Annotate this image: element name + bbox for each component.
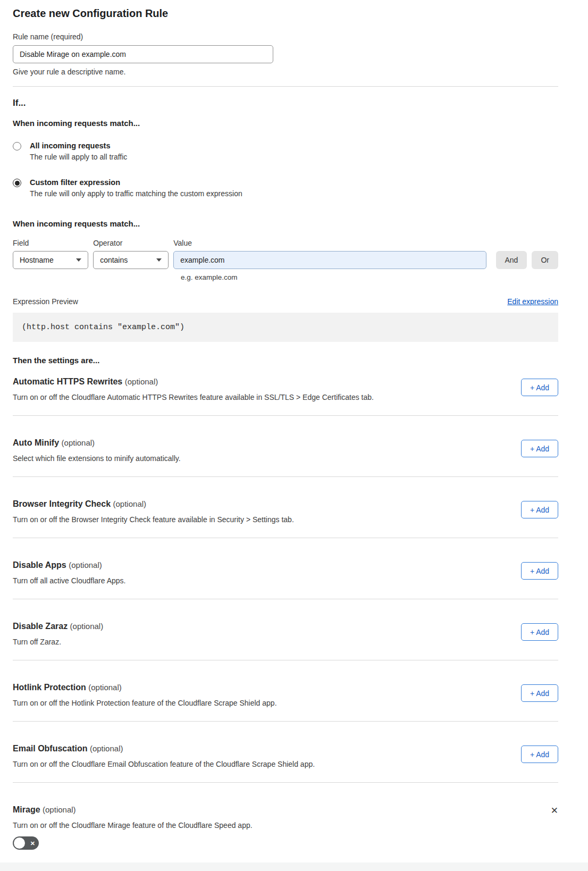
- field-select[interactable]: Hostname: [13, 251, 88, 269]
- setting-disable-zaraz: Disable Zaraz (optional) Turn off Zaraz.…: [13, 599, 558, 660]
- setting-title: Email Obfuscation (optional): [13, 744, 315, 753]
- operator-label: Operator: [93, 239, 169, 247]
- radio-option-all-incoming-requests[interactable]: All incoming requests The rule will appl…: [13, 141, 558, 161]
- setting-title: Automatic HTTPS Rewrites (optional): [13, 377, 374, 387]
- add-button[interactable]: + Add: [521, 501, 558, 518]
- optional-label: (optional): [88, 683, 122, 692]
- expression-preview-label: Expression Preview: [13, 297, 78, 306]
- radio-option-label: All incoming requests: [30, 141, 127, 150]
- setting-description: Turn off Zaraz.: [13, 638, 103, 646]
- optional-label: (optional): [70, 622, 104, 631]
- add-button[interactable]: + Add: [521, 440, 558, 457]
- footer-strip: [0, 862, 588, 871]
- setting-hotlink-protection: Hotlink Protection (optional) Turn on or…: [13, 660, 558, 722]
- toggle-knob: [14, 838, 25, 849]
- page-title: Create new Configuration Rule: [13, 7, 558, 20]
- section-divider: [13, 86, 558, 87]
- expression-builder-heading: When incoming requests match...: [13, 219, 558, 228]
- optional-label: (optional): [113, 499, 147, 508]
- expression-preview-code: (http.host contains "example.com"): [13, 313, 558, 342]
- radio-option-custom-filter-expression[interactable]: Custom filter expression The rule will o…: [13, 178, 558, 198]
- optional-label: (optional): [125, 377, 158, 386]
- optional-label: (optional): [69, 560, 102, 570]
- value-label: Value: [173, 239, 486, 247]
- setting-title: Browser Integrity Check (optional): [13, 499, 294, 509]
- add-button[interactable]: + Add: [521, 684, 558, 702]
- optional-label: (optional): [62, 438, 95, 447]
- setting-title: Mirage (optional): [13, 805, 253, 815]
- radio-option-label: Custom filter expression: [30, 178, 242, 187]
- setting-description: Turn on or off the Cloudflare Email Obfu…: [13, 760, 315, 768]
- setting-automatic-https-rewrites: Automatic HTTPS Rewrites (optional) Turn…: [13, 365, 558, 416]
- value-input[interactable]: [173, 251, 486, 269]
- edit-expression-link[interactable]: Edit expression: [507, 297, 558, 306]
- setting-description: Turn on or off the Cloudflare Automatic …: [13, 393, 374, 401]
- toggle-x-icon: ✕: [30, 840, 35, 847]
- close-icon[interactable]: ✕: [551, 806, 558, 815]
- setting-description: Turn on or off the Hotlink Protection fe…: [13, 699, 277, 707]
- setting-disable-apps: Disable Apps (optional) Turn off all act…: [13, 538, 558, 599]
- setting-auto-minify: Auto Minify (optional) Select which file…: [13, 416, 558, 477]
- rule-name-help: Give your rule a descriptive name.: [13, 68, 558, 76]
- setting-description: Turn off all active Cloudflare Apps.: [13, 576, 125, 585]
- radio-option-description: The rule will apply to all traffic: [30, 153, 127, 161]
- radio-selected-icon[interactable]: [13, 179, 21, 187]
- match-heading: When incoming requests match...: [13, 119, 558, 128]
- rule-name-input[interactable]: [13, 45, 273, 63]
- rule-name-label: Rule name (required): [13, 32, 558, 41]
- setting-title: Disable Apps (optional): [13, 560, 125, 570]
- setting-description: Turn on or off the Browser Integrity Che…: [13, 515, 294, 524]
- value-help: e.g. example.com: [181, 273, 558, 281]
- expression-builder-row: Field Hostname Operator contains Value A…: [13, 239, 558, 269]
- operator-select[interactable]: contains: [93, 251, 169, 269]
- add-button[interactable]: + Add: [521, 623, 558, 641]
- or-button[interactable]: Or: [532, 251, 558, 269]
- add-button[interactable]: + Add: [521, 379, 558, 396]
- chevron-down-icon: [156, 258, 162, 262]
- setting-mirage: Mirage (optional) Turn on or off the Clo…: [13, 783, 558, 850]
- field-label: Field: [13, 239, 88, 247]
- add-button[interactable]: + Add: [521, 562, 558, 580]
- setting-description: Select which file extensions to minify a…: [13, 454, 181, 463]
- chevron-down-icon: [76, 258, 81, 262]
- radio-unselected-icon[interactable]: [13, 142, 21, 150]
- if-heading: If...: [13, 98, 558, 108]
- optional-label: (optional): [90, 744, 123, 753]
- add-button[interactable]: + Add: [521, 746, 558, 763]
- setting-email-obfuscation: Email Obfuscation (optional) Turn on or …: [13, 722, 558, 783]
- mirage-toggle-off[interactable]: ✕: [13, 836, 39, 850]
- setting-title: Hotlink Protection (optional): [13, 683, 277, 692]
- create-configuration-rule-form: Create new Configuration Rule Rule name …: [0, 0, 588, 850]
- then-settings-heading: Then the settings are...: [13, 356, 558, 365]
- and-button[interactable]: And: [496, 251, 527, 269]
- radio-option-description: The rule will only apply to traffic matc…: [30, 189, 242, 198]
- setting-title: Disable Zaraz (optional): [13, 622, 103, 631]
- setting-description: Turn on or off the Cloudflare Mirage fea…: [13, 821, 253, 830]
- setting-title: Auto Minify (optional): [13, 438, 181, 448]
- setting-browser-integrity-check: Browser Integrity Check (optional) Turn …: [13, 477, 558, 538]
- optional-label: (optional): [43, 805, 76, 814]
- operator-select-value: contains: [100, 256, 128, 264]
- field-select-value: Hostname: [20, 256, 54, 264]
